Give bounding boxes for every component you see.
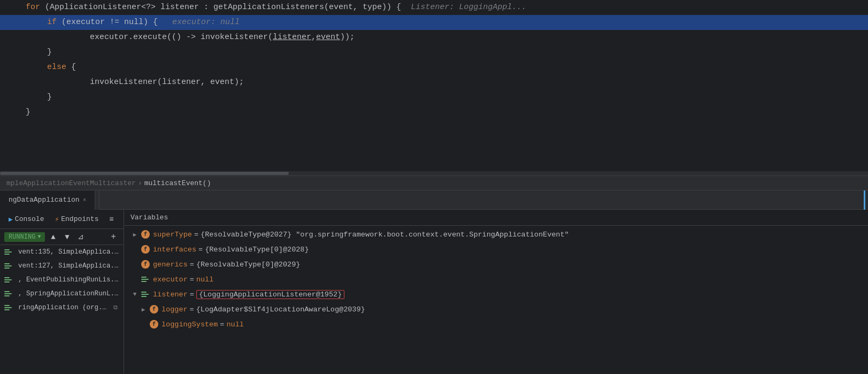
var-icon-superType: f [141, 230, 150, 239]
var-value-superType: {ResolvableType@2027} "org.springframewo… [201, 231, 569, 239]
var-icon-loggingSystem: f [150, 320, 158, 329]
code-line-6: invokeListener(listener, event); [0, 75, 868, 90]
frame-down-btn[interactable]: ▼ [61, 231, 73, 243]
var-icon-interfaces: f [141, 245, 150, 254]
frame-text-5: ringApplication (org.sp... [18, 304, 110, 311]
left-debug-panel: ▶ Console ⚡ Endpoints ≡ ⬆ ⬇ ⬇ ⬆ ↺ ↙ ⊞ ⊟ [0, 210, 124, 374]
var-row-loggingSystem[interactable]: ▶ f loggingSystem = null [124, 317, 868, 332]
tab-right-indicator [864, 190, 868, 210]
var-name-superType: superType [153, 231, 192, 239]
console-icon: ▶ [9, 215, 13, 224]
endpoints-icon: ⚡ [55, 215, 59, 224]
var-row-logger[interactable]: ▶ f logger = {LogAdapter$Slf4jLocationAw… [124, 302, 868, 317]
code-line-2: if (executor != null) { executor: null [0, 15, 868, 30]
frame-icon-5 [4, 303, 13, 312]
stack-frame-1[interactable]: vent:135, SimpleApplica... [0, 245, 124, 259]
stack-frame-4[interactable]: , SpringApplicationRunL... [0, 287, 124, 301]
frame-add-btn[interactable]: + [107, 231, 119, 243]
scrollbar-thumb[interactable] [0, 172, 289, 175]
var-name-executor: executor [153, 276, 188, 284]
frames-toolbar: RUNNING ▼ ▲ ▼ ⊿ + [0, 229, 124, 245]
var-row-listener[interactable]: ▼ listener = {LoggingApplicationListener… [124, 287, 868, 302]
debug-toolbar: ▶ Console ⚡ Endpoints ≡ ⬆ ⬇ ⬇ ⬆ ↺ ↙ ⊞ ⊟ [0, 210, 124, 229]
var-icon-listener [141, 290, 150, 299]
running-badge[interactable]: RUNNING ▼ [4, 232, 45, 242]
frame-icon-4 [4, 289, 13, 298]
var-value-logger: {LogAdapter$Slf4jLocationAwareLog@2039} [196, 306, 365, 314]
frame-filter-btn[interactable]: ⊿ [75, 231, 87, 243]
frame-text-4: , SpringApplicationRunL... [18, 290, 119, 297]
stack-frame-2[interactable]: vent:127, SimpleApplica... [0, 259, 124, 273]
code-line-3: executor.execute(() -> invokeListener( l… [0, 30, 868, 45]
expand-icon-listener[interactable]: ▼ [130, 290, 139, 299]
var-name-loggingSystem: loggingSystem [162, 320, 218, 329]
var-name-listener: listener [153, 291, 188, 299]
frame-text-2: vent:127, SimpleApplica... [18, 262, 119, 270]
bottom-panel: ▶ Console ⚡ Endpoints ≡ ⬆ ⬇ ⬇ ⬆ ↺ ↙ ⊞ ⊟ [0, 210, 868, 374]
tab-endpoints[interactable]: ⚡ Endpoints [50, 213, 103, 226]
stack-frames-list: vent:135, SimpleApplica... vent:127, Sim… [0, 245, 124, 374]
var-value-executor: null [196, 276, 213, 284]
variables-title: Variables [130, 213, 168, 222]
var-name-generics: generics [153, 261, 188, 269]
endpoints-label: Endpoints [61, 215, 98, 223]
var-icon-generics: f [141, 260, 150, 269]
frame-icon-3 [4, 276, 13, 284]
var-name-interfaces: interfaces [153, 246, 196, 254]
code-line-1: for (ApplicationListener<?> listener : g… [0, 0, 868, 15]
var-value-generics: {ResolvableType[0]@2029} [196, 261, 300, 269]
var-icon-executor [141, 275, 150, 284]
frame-text-1: vent:135, SimpleApplica... [18, 248, 119, 256]
frame-up-btn[interactable]: ▲ [47, 231, 59, 243]
breadcrumb-separator: › [138, 179, 142, 187]
expand-icon-logger[interactable]: ▶ [139, 305, 148, 314]
breadcrumb-method: multicastEvent() [144, 179, 211, 187]
tab-label: ngDataApplication [9, 196, 80, 204]
tab-console[interactable]: ▶ Console [4, 213, 48, 226]
code-line-4: } [0, 45, 868, 60]
running-dropdown-icon: ▼ [37, 234, 41, 240]
tab-edge [95, 190, 99, 210]
running-label: RUNNING [9, 233, 35, 241]
breadcrumb-class: mpleApplicationEventMulticaster [6, 179, 136, 187]
horizontal-scrollbar[interactable] [0, 171, 868, 175]
var-value-interfaces: {ResolvableType[0]@2028} [205, 246, 309, 254]
code-line-7: } [0, 90, 868, 105]
stack-frame-5[interactable]: ringApplication (org.sp... ⧉ [0, 301, 124, 315]
stack-frame-3[interactable]: , EventPublishingRunLis... [0, 273, 124, 287]
variables-list: ▶ f superType = {ResolvableType@2027} "o… [124, 226, 868, 374]
frame-text-3: , EventPublishingRunLis... [18, 276, 119, 284]
var-name-logger: logger [162, 306, 188, 314]
var-icon-logger: f [150, 305, 158, 314]
toolbar-icon-list[interactable]: ≡ [105, 213, 118, 226]
variables-header: Variables [124, 210, 868, 226]
code-comment-1: Listener: LoggingAppl... [411, 0, 526, 15]
tab-ngDataApplication[interactable]: ngDataApplication × [0, 190, 95, 210]
var-row-superType[interactable]: ▶ f superType = {ResolvableType@2027} "o… [124, 227, 868, 242]
var-row-generics[interactable]: ▶ f generics = {ResolvableType[0]@2029} [124, 257, 868, 272]
console-label: Console [15, 215, 44, 223]
right-variables-panel: Variables ▶ f superType = {ResolvableTyp… [124, 210, 868, 374]
code-line-5: else { [0, 60, 868, 75]
frame-copy-icon[interactable]: ⧉ [112, 303, 119, 312]
var-value-loggingSystem: null [226, 320, 243, 329]
keyword-else: else [47, 60, 66, 75]
tab-close-icon[interactable]: × [83, 197, 87, 203]
var-row-executor[interactable]: ▶ executor = null [124, 272, 868, 287]
breadcrumb: mpleApplicationEventMulticaster › multic… [0, 175, 868, 190]
code-editor: for (ApplicationListener<?> listener : g… [0, 0, 868, 171]
frame-icon-2 [4, 262, 13, 270]
frame-icon-1 [4, 248, 13, 256]
code-comment-2: executor: null [172, 15, 240, 30]
code-line-8: } [0, 105, 868, 120]
var-row-interfaces[interactable]: ▶ f interfaces = {ResolvableType[0]@2028… [124, 242, 868, 257]
keyword-if: if [47, 15, 57, 30]
keyword-for: for [26, 0, 40, 15]
expand-icon-superType[interactable]: ▶ [130, 230, 139, 239]
tab-bar: ngDataApplication × [0, 190, 868, 210]
var-value-listener: {LoggingApplicationListener@1952} [196, 290, 344, 299]
